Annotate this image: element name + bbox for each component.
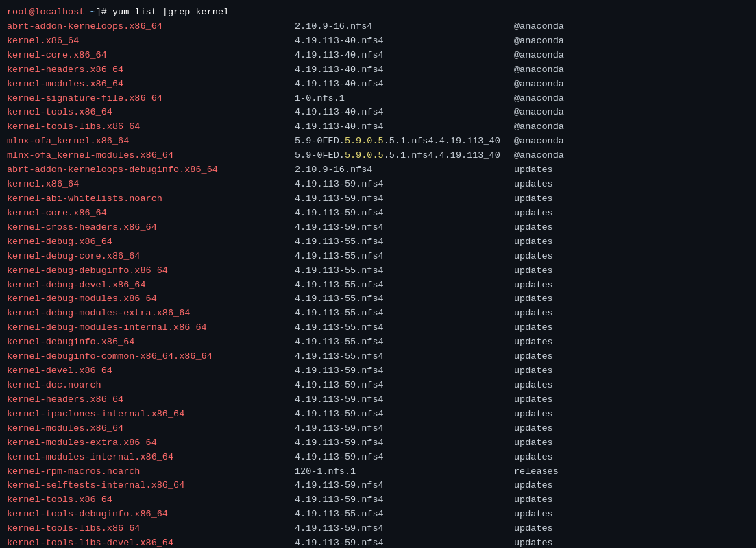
pkg-version: 4.19.113-55.nfs4 bbox=[295, 278, 514, 293]
pkg-version: 2.10.9-16.nfs4 bbox=[295, 163, 514, 178]
pkg-name: kernel-debuginfo.x86_64 bbox=[7, 335, 295, 350]
pkg-repo: updates bbox=[514, 321, 553, 335]
pkg-name: kernel-cross-headers.x86_64 bbox=[7, 221, 295, 235]
pkg-repo: @anaconda bbox=[514, 92, 564, 106]
pkg-version: 4.19.113-40.nfs4 bbox=[295, 120, 514, 134]
pkg-repo: updates bbox=[514, 178, 553, 192]
pkg-name: kernel-selftests-internal.x86_64 bbox=[7, 479, 295, 493]
pkg-name: kernel-tools-libs-devel.x86_64 bbox=[7, 536, 295, 548]
pkg-name: kernel-debug.x86_64 bbox=[7, 235, 295, 250]
pkg-repo: @anaconda bbox=[514, 78, 564, 92]
pkg-version: 4.19.113-55.nfs4 bbox=[295, 292, 514, 307]
pkg-version: 4.19.113-59.nfs4 bbox=[295, 206, 514, 221]
pkg-repo: @anaconda bbox=[514, 63, 564, 78]
table-row: kernel-debug-debuginfo.x86_644.19.113-55… bbox=[7, 264, 749, 278]
pkg-name: kernel-debug-modules.x86_64 bbox=[7, 292, 295, 307]
table-row: kernel-tools-libs.x86_644.19.113-40.nfs4… bbox=[7, 120, 749, 134]
pkg-version: 4.19.113-40.nfs4 bbox=[295, 78, 514, 92]
pkg-repo: updates bbox=[514, 493, 553, 508]
pkg-version: 4.19.113-40.nfs4 bbox=[295, 106, 514, 120]
pkg-repo: updates bbox=[514, 407, 553, 422]
pkg-name: kernel-signature-file.x86_64 bbox=[7, 92, 295, 106]
pkg-name: kernel.x86_64 bbox=[7, 178, 295, 192]
table-row: kernel-tools-debuginfo.x86_644.19.113-55… bbox=[7, 508, 749, 522]
pkg-name: abrt-addon-kerneloops-debuginfo.x86_64 bbox=[7, 163, 295, 178]
pkg-name: kernel-core.x86_64 bbox=[7, 49, 295, 63]
pkg-name: kernel-modules.x86_64 bbox=[7, 422, 295, 436]
terminal: root@localhost ~]# yum list |grep kernel… bbox=[7, 5, 749, 548]
pkg-name: kernel-core.x86_64 bbox=[7, 206, 295, 221]
pkg-version: 4.19.113-59.nfs4 bbox=[295, 451, 514, 465]
pkg-repo: @anaconda bbox=[514, 149, 564, 163]
pkg-version: 4.19.113-55.nfs4 bbox=[295, 350, 514, 364]
pkg-name: kernel-tools-debuginfo.x86_64 bbox=[7, 508, 295, 522]
pkg-version: 4.19.113-59.nfs4 bbox=[295, 522, 514, 536]
table-row: kernel-debug-core.x86_644.19.113-55.nfs4… bbox=[7, 250, 749, 264]
pkg-repo: @anaconda bbox=[514, 49, 564, 63]
table-row: kernel-headers.x86_644.19.113-40.nfs4@an… bbox=[7, 63, 749, 78]
pkg-version: 1-0.nfs.1 bbox=[295, 92, 514, 106]
pkg-version: 4.19.113-55.nfs4 bbox=[295, 264, 514, 278]
pkg-name: kernel-debuginfo-common-x86_64.x86_64 bbox=[7, 350, 295, 364]
table-row: kernel-debuginfo.x86_644.19.113-55.nfs4u… bbox=[7, 335, 749, 350]
table-row: mlnx-ofa_kernel.x86_645.9-0FED.5.9.0.5.5… bbox=[7, 134, 749, 149]
table-row: kernel-core.x86_644.19.113-59.nfs4update… bbox=[7, 206, 749, 221]
output-rows: abrt-addon-kerneloops.x86_642.10.9-16.nf… bbox=[7, 20, 749, 548]
pkg-repo: @anaconda bbox=[514, 20, 564, 34]
table-row: kernel-debuginfo-common-x86_64.x86_644.1… bbox=[7, 350, 749, 364]
pkg-version: 4.19.113-59.nfs4 bbox=[295, 536, 514, 548]
pkg-repo: updates bbox=[514, 422, 553, 436]
pkg-version: 5.9-0FED.5.9.0.5.5.1.nfs4.4.19.113_40 bbox=[295, 149, 514, 163]
pkg-version: 4.19.113-59.nfs4 bbox=[295, 479, 514, 493]
pkg-repo: updates bbox=[514, 522, 553, 536]
table-row: kernel-ipaclones-internal.x86_644.19.113… bbox=[7, 407, 749, 422]
pkg-name: kernel-headers.x86_64 bbox=[7, 393, 295, 407]
table-row: kernel-devel.x86_644.19.113-59.nfs4updat… bbox=[7, 364, 749, 379]
pkg-name: kernel-debug-devel.x86_64 bbox=[7, 278, 295, 293]
pkg-version: 4.19.113-59.nfs4 bbox=[295, 436, 514, 451]
table-row: kernel-debug-modules.x86_644.19.113-55.n… bbox=[7, 292, 749, 307]
pkg-name: kernel-debug-modules-internal.x86_64 bbox=[7, 321, 295, 335]
pkg-repo: @anaconda bbox=[514, 134, 564, 149]
table-row: kernel-debug-modules-internal.x86_644.19… bbox=[7, 321, 749, 335]
pkg-name: kernel-headers.x86_64 bbox=[7, 63, 295, 78]
pkg-version: 120-1.nfs.1 bbox=[295, 465, 514, 479]
pkg-repo: updates bbox=[514, 264, 553, 278]
pkg-version: 4.19.113-59.nfs4 bbox=[295, 192, 514, 206]
pkg-name: kernel-tools-libs.x86_64 bbox=[7, 522, 295, 536]
pkg-name: kernel-modules.x86_64 bbox=[7, 78, 295, 92]
pkg-name: kernel-doc.noarch bbox=[7, 379, 295, 393]
pkg-repo: updates bbox=[514, 192, 553, 206]
pkg-name: kernel.x86_64 bbox=[7, 34, 295, 49]
table-row: abrt-addon-kerneloops-debuginfo.x86_642.… bbox=[7, 163, 749, 178]
table-row: kernel-rpm-macros.noarch120-1.nfs.1relea… bbox=[7, 465, 749, 479]
table-row: kernel-tools.x86_644.19.113-59.nfs4updat… bbox=[7, 493, 749, 508]
pkg-version: 4.19.113-55.nfs4 bbox=[295, 307, 514, 321]
pkg-version: 4.19.113-55.nfs4 bbox=[295, 235, 514, 250]
pkg-version: 4.19.113-59.nfs4 bbox=[295, 493, 514, 508]
table-row: kernel-debug.x86_644.19.113-55.nfs4updat… bbox=[7, 235, 749, 250]
pkg-version: 4.19.113-40.nfs4 bbox=[295, 34, 514, 49]
pkg-version: 4.19.113-40.nfs4 bbox=[295, 63, 514, 78]
pkg-name: kernel-debug-core.x86_64 bbox=[7, 250, 295, 264]
table-row: kernel-headers.x86_644.19.113-59.nfs4upd… bbox=[7, 393, 749, 407]
pkg-repo: updates bbox=[514, 451, 553, 465]
pkg-repo: updates bbox=[514, 221, 553, 235]
table-row: kernel-modules.x86_644.19.113-59.nfs4upd… bbox=[7, 422, 749, 436]
pkg-repo: releases bbox=[514, 465, 559, 479]
pkg-version: 4.19.113-55.nfs4 bbox=[295, 321, 514, 335]
pkg-repo: updates bbox=[514, 292, 553, 307]
pkg-repo: @anaconda bbox=[514, 106, 564, 120]
pkg-version: 4.19.113-55.nfs4 bbox=[295, 250, 514, 264]
table-row: kernel-debug-devel.x86_644.19.113-55.nfs… bbox=[7, 278, 749, 293]
pkg-repo: updates bbox=[514, 163, 553, 178]
pkg-version: 4.19.113-59.nfs4 bbox=[295, 379, 514, 393]
pkg-name: kernel-ipaclones-internal.x86_64 bbox=[7, 407, 295, 422]
table-row: kernel-doc.noarch4.19.113-59.nfs4updates bbox=[7, 379, 749, 393]
pkg-version: 4.19.113-59.nfs4 bbox=[295, 422, 514, 436]
pkg-version: 4.19.113-59.nfs4 bbox=[295, 178, 514, 192]
pkg-repo: updates bbox=[514, 307, 553, 321]
pkg-repo: updates bbox=[514, 436, 553, 451]
table-row: abrt-addon-kerneloops.x86_642.10.9-16.nf… bbox=[7, 20, 749, 34]
pkg-name: kernel-tools-libs.x86_64 bbox=[7, 120, 295, 134]
